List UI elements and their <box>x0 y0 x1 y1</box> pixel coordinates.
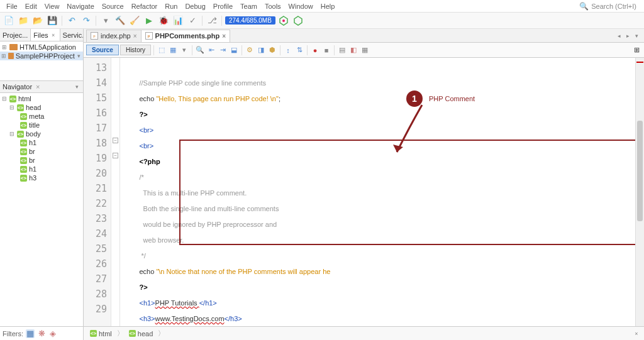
file-tab-index[interactable]: pindex.php× <box>86 30 142 42</box>
tab-files[interactable]: Files× <box>31 29 60 41</box>
fold-toggle[interactable]: − <box>113 153 118 158</box>
fold-toggle[interactable]: − <box>113 138 118 143</box>
tab-scroll-left-icon[interactable]: ◂ <box>615 32 623 40</box>
toolbar-icon[interactable]: ▾ <box>179 45 189 55</box>
tab-projects[interactable]: Projec... <box>0 29 31 41</box>
toolbar-icon[interactable]: ▤ <box>337 45 347 55</box>
tab-services[interactable]: Servic... <box>60 29 83 41</box>
debug-icon[interactable]: 🐞 <box>157 14 170 27</box>
menu-tools[interactable]: Tools <box>261 1 285 11</box>
file-tab-phpcomments[interactable]: pPHPComments.php× <box>141 30 231 42</box>
menu-profile[interactable]: Profile <box>209 1 236 11</box>
clean-build-icon[interactable]: 🧹 <box>128 14 141 27</box>
stop-icon[interactable]: ■ <box>321 45 331 55</box>
close-icon[interactable]: × <box>50 31 57 39</box>
scrollbar-thumb[interactable] <box>637 121 643 221</box>
error-marker[interactable] <box>636 62 643 63</box>
expand-icon[interactable]: ⊞ <box>631 45 641 55</box>
menu-window[interactable]: Window <box>285 1 317 11</box>
nav-node-html[interactable]: ⊟<>html <box>0 94 83 103</box>
chevron-right-icon: 〉 <box>158 329 165 338</box>
close-icon[interactable]: × <box>36 83 40 90</box>
tab-scroll-right-icon[interactable]: ▸ <box>624 32 631 40</box>
filters-bar: Filters: ▦ ❋ ◈ <box>0 326 83 340</box>
filter-icon[interactable]: ▦ <box>26 329 35 338</box>
find-icon[interactable]: 🔍 <box>195 45 205 55</box>
next-icon[interactable]: ⇥ <box>218 45 228 55</box>
redo-icon[interactable]: ↷ <box>80 14 92 27</box>
menu-bar: File Edit View Navigate Source Refactor … <box>0 0 644 13</box>
filter-icon[interactable]: ❋ <box>37 329 46 338</box>
menu-view[interactable]: View <box>41 1 64 11</box>
run-icon[interactable]: ▶ <box>143 14 155 27</box>
line-gutter: 13 14 15 16 17 18 19 20 21 22 23 24 25 2… <box>84 58 111 326</box>
nav-node-br[interactable]: <>br <box>0 156 83 165</box>
git-icon[interactable]: ⎇ <box>206 14 218 27</box>
ide-icon-1[interactable] <box>277 14 290 27</box>
new-file-icon[interactable]: 📄 <box>3 14 15 27</box>
project-node[interactable]: ⊞SamplePHPProject▾ <box>0 52 83 60</box>
toolbar-icon[interactable]: ◨ <box>256 45 266 55</box>
menu-source[interactable]: Source <box>98 1 128 11</box>
toolbar-icon[interactable]: ▦ <box>360 45 370 55</box>
nav-node-meta[interactable]: <>meta <box>0 112 83 121</box>
toolbar-icon[interactable]: ▦ <box>168 45 178 55</box>
project-node[interactable]: ⊞HTML5Application <box>0 43 83 52</box>
close-icon[interactable]: × <box>222 33 226 40</box>
menu-run[interactable]: Run <box>161 1 181 11</box>
record-icon[interactable]: ● <box>310 45 320 55</box>
breadcrumb-item[interactable]: <>html <box>87 329 114 338</box>
open-icon[interactable]: 📂 <box>31 14 44 27</box>
tab-list-icon[interactable]: ▾ <box>633 32 640 40</box>
toolbar-icon[interactable]: ⬚ <box>157 45 167 55</box>
prev-icon[interactable]: ⇤ <box>206 45 216 55</box>
menu-debug[interactable]: Debug <box>181 1 209 11</box>
toolbar-icon[interactable]: ⚙ <box>245 45 255 55</box>
toolbar-icon[interactable]: ⬢ <box>267 45 277 55</box>
context-icon[interactable]: ▾ <box>77 52 82 60</box>
vertical-scrollbar[interactable] <box>635 58 644 326</box>
save-all-icon[interactable]: 💾 <box>46 14 58 27</box>
toolbar-icon[interactable]: ◧ <box>348 45 358 55</box>
menu-edit[interactable]: Edit <box>21 1 41 11</box>
history-view-button[interactable]: History <box>120 45 151 55</box>
menu-navigate[interactable]: Navigate <box>63 1 97 11</box>
test-icon[interactable]: ✓ <box>186 14 199 27</box>
projects-tabs: Projec... Files× Servic... ▾ <box>0 29 83 41</box>
nav-node-body[interactable]: ⊟<>body <box>0 129 83 138</box>
php-project-icon <box>9 44 18 50</box>
nav-node-head[interactable]: ⊟<>head <box>0 103 83 112</box>
nav-node-h1[interactable]: <>h1 <box>0 138 83 147</box>
search-box[interactable]: 🔍 Search (Ctrl+I) <box>579 2 641 11</box>
menu-refactor[interactable]: Refactor <box>128 1 162 11</box>
menu-help[interactable]: Help <box>317 1 339 11</box>
toolbar-icon[interactable]: ⬓ <box>229 45 239 55</box>
editor-area: pindex.php× pPHPComments.php× ◂ ▸ ▾ Sour… <box>84 29 644 340</box>
chevron-right-icon: 〉 <box>117 329 124 338</box>
breadcrumb-item[interactable]: <>head <box>126 329 155 338</box>
toolbar-icon[interactable]: ⇅ <box>294 45 304 55</box>
undo-icon[interactable]: ↶ <box>65 14 78 27</box>
minimize-icon[interactable]: ▾ <box>73 83 80 90</box>
ide-icon-2[interactable] <box>292 14 304 27</box>
menu-team[interactable]: Team <box>236 1 261 11</box>
close-icon[interactable]: × <box>133 33 137 40</box>
filter-icon[interactable]: ◈ <box>48 329 57 338</box>
profile-icon[interactable]: 📊 <box>172 14 184 27</box>
nav-node-h3[interactable]: <>h3 <box>0 173 83 182</box>
code-content[interactable]: //Sample PHP code single line comments e… <box>120 58 635 326</box>
config-dropdown[interactable]: ▾ <box>99 14 112 27</box>
tag-icon: <> <box>17 104 24 111</box>
code-editor[interactable]: 13 14 15 16 17 18 19 20 21 22 23 24 25 2… <box>84 58 644 326</box>
menu-file[interactable]: File <box>3 1 21 11</box>
memory-indicator[interactable]: 274.4/685.0MB <box>225 16 275 25</box>
new-project-icon[interactable]: 📁 <box>17 14 30 27</box>
svg-marker-3 <box>393 145 403 152</box>
nav-node-h1[interactable]: <>h1 <box>0 165 83 173</box>
toolbar-icon[interactable]: ↕ <box>283 45 293 55</box>
build-icon[interactable]: 🔨 <box>114 14 126 27</box>
source-view-button[interactable]: Source <box>86 45 119 55</box>
close-icon[interactable]: × <box>633 330 640 337</box>
nav-node-br[interactable]: <>br <box>0 147 83 156</box>
nav-node-title[interactable]: <>title <box>0 121 83 129</box>
